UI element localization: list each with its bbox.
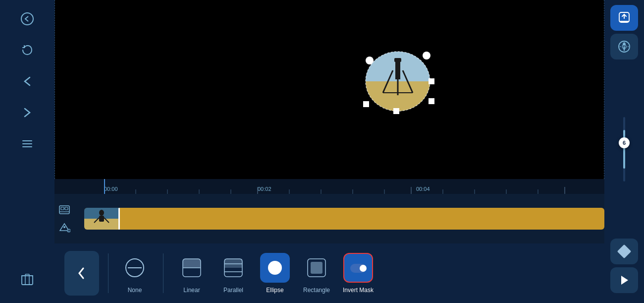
parallel-label: Parallel: [223, 287, 243, 294]
svg-rect-77: [624, 46, 625, 50]
svg-rect-69: [311, 262, 322, 274]
timeline-ruler: 00:00 00:02 00:04: [54, 179, 604, 194]
rectangle-icon: [302, 253, 331, 283]
delete-button[interactable]: [12, 266, 42, 293]
svg-rect-44: [65, 207, 68, 210]
undo-button[interactable]: [12, 36, 42, 63]
parallel-icon: [218, 253, 248, 283]
mask-option-ellipse[interactable]: Ellipse: [258, 253, 292, 294]
mask-option-invert[interactable]: Invert Mask: [341, 253, 376, 294]
rectangle-label: Rectangle: [303, 287, 330, 294]
svg-rect-22: [429, 78, 434, 84]
preview-area: [54, 0, 604, 179]
settings-button[interactable]: [610, 34, 638, 60]
toolbar-back-button[interactable]: [64, 251, 99, 296]
track-marker: [118, 208, 120, 230]
invert-icon: [343, 253, 373, 283]
svg-point-67: [268, 261, 282, 275]
svg-rect-60: [183, 259, 201, 268]
none-label: None: [128, 287, 142, 294]
mask-overlay[interactable]: [356, 41, 435, 120]
svg-rect-4: [22, 276, 33, 285]
diamond-icon: [617, 244, 631, 258]
svg-point-71: [360, 265, 367, 272]
ellipse-icon: [260, 253, 290, 283]
main-area: 00:00 00:02 00:04: [54, 0, 604, 303]
mask-option-parallel[interactable]: Parallel: [216, 253, 251, 294]
export-button[interactable]: [610, 5, 638, 31]
svg-point-53: [99, 210, 104, 216]
svg-point-21: [423, 52, 430, 60]
volume-value: 6: [623, 140, 626, 146]
play-button[interactable]: [610, 267, 638, 293]
invert-label: Invert Mask: [343, 287, 374, 294]
mask-option-linear[interactable]: Linear: [174, 253, 209, 294]
left-sidebar: [0, 0, 54, 303]
svg-rect-43: [61, 207, 64, 210]
volume-track: [623, 130, 625, 169]
svg-marker-83: [621, 276, 628, 285]
mask-divider: [163, 253, 163, 293]
svg-point-47: [63, 226, 65, 228]
svg-rect-25: [429, 98, 434, 104]
mask-options: None Linear: [117, 253, 594, 294]
volume-slider[interactable]: 6: [623, 117, 625, 182]
video-track[interactable]: [84, 208, 604, 230]
linear-icon: [177, 253, 207, 283]
none-icon: [120, 253, 150, 283]
linear-label: Linear: [183, 287, 200, 294]
video-preview: [55, 0, 604, 179]
ellipse-label: Ellipse: [266, 287, 283, 294]
bottom-toolbar: None Linear: [54, 243, 604, 303]
volume-slider-container: 6: [623, 62, 625, 236]
volume-knob[interactable]: 6: [619, 137, 630, 148]
right-sidebar: 6: [604, 0, 644, 303]
forward-arrow-button[interactable]: [12, 99, 42, 126]
menu-button[interactable]: [12, 130, 42, 157]
svg-rect-54: [99, 216, 104, 222]
track-icons: 1: [58, 204, 70, 234]
svg-rect-13: [394, 58, 401, 62]
keyframe-button[interactable]: [610, 239, 638, 264]
mask-option-rectangle[interactable]: Rectangle: [299, 253, 334, 294]
timeline-area: 00:00 00:02 00:04: [54, 179, 604, 243]
svg-rect-23: [363, 101, 369, 107]
mask-option-none[interactable]: None: [117, 253, 152, 294]
back-arrow-button[interactable]: [12, 67, 42, 95]
svg-marker-63: [224, 259, 242, 268]
svg-point-0: [21, 13, 33, 25]
timeline-tracks: 1: [54, 194, 604, 243]
svg-rect-24: [393, 108, 399, 114]
toolbar-divider: [108, 253, 108, 293]
svg-point-20: [366, 57, 374, 64]
video-track-thumbnail: [84, 208, 119, 230]
back-circle-button[interactable]: [12, 5, 42, 32]
playhead[interactable]: [104, 179, 105, 194]
